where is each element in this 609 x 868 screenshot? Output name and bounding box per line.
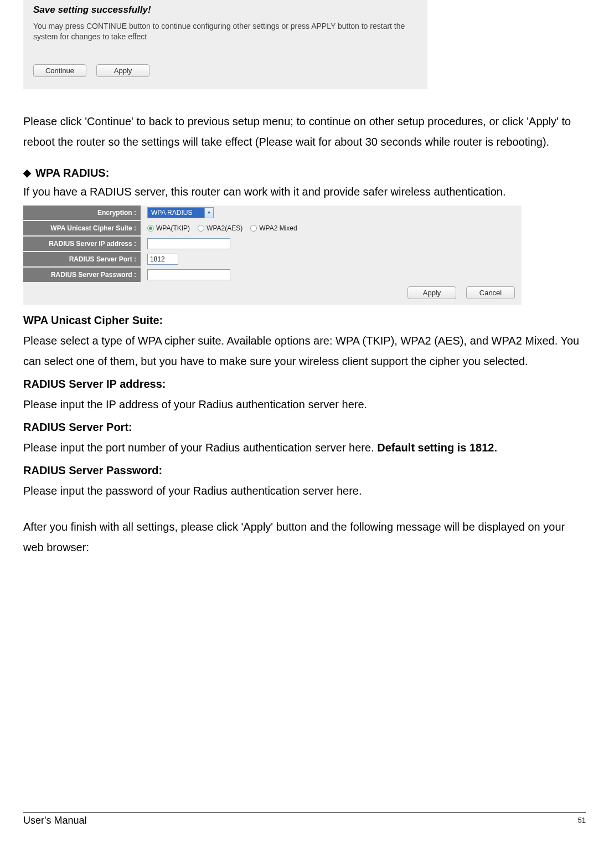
radius-password-input[interactable] [147, 269, 230, 280]
page-footer: User's Manual 51 [23, 812, 586, 826]
radio-wpa2-aes[interactable]: WPA2(AES) [198, 224, 242, 232]
radio-dot-icon [198, 225, 204, 232]
page-number: 51 [578, 815, 586, 826]
config-cancel-button[interactable]: Cancel [466, 286, 515, 299]
radius-port-input[interactable] [147, 254, 178, 265]
radio-wpa2-mixed[interactable]: WPA2 Mixed [250, 224, 297, 232]
encryption-select-value: WPA RADIUS [148, 208, 204, 218]
paragraph-after-settings: After you finish with all settings, plea… [23, 517, 586, 558]
label-radius-ip: RADIUS Server IP address : [23, 237, 141, 251]
dialog-text: You may press CONTINUE button to continu… [33, 21, 417, 42]
label-cipher-suite: WPA Unicast Cipher Suite : [23, 221, 141, 235]
radio-dot-icon [250, 225, 257, 232]
def-heading-cipher: WPA Unicast Cipher Suite: [23, 310, 586, 331]
continue-button[interactable]: Continue [33, 64, 86, 77]
def-heading-port: RADIUS Server Port: [23, 417, 586, 438]
def-body-port: Please input the port number of your Rad… [23, 438, 586, 458]
apply-button[interactable]: Apply [96, 64, 149, 77]
def-body-password: Please input the password of your Radius… [23, 481, 586, 501]
radio-wpa-tkip[interactable]: WPA(TKIP) [147, 224, 190, 232]
def-body-cipher: Please select a type of WPA cipher suite… [23, 331, 586, 372]
label-radius-port: RADIUS Server Port : [23, 252, 141, 266]
footer-left: User's Manual [23, 815, 86, 826]
def-heading-ip: RADIUS Server IP address: [23, 374, 586, 394]
radio-dot-icon [147, 225, 154, 232]
wpa-radius-config-panel: Encryption : WPA RADIUS ▾ WPA Unicast Ci… [23, 206, 522, 305]
config-apply-button[interactable]: Apply [407, 286, 456, 299]
def-heading-password: RADIUS Server Password: [23, 460, 586, 481]
diamond-bullet-icon: ◆ [23, 167, 31, 179]
label-radius-password: RADIUS Server Password : [23, 268, 141, 282]
dialog-title: Save setting successfully! [33, 4, 417, 16]
radius-ip-input[interactable] [147, 238, 230, 249]
paragraph-continue-apply: Please click 'Continue' to back to previ… [23, 111, 586, 152]
def-body-ip: Please input the IP address of your Radi… [23, 394, 586, 415]
paragraph-radius-intro: If you have a RADIUS server, this router… [23, 182, 586, 202]
encryption-select[interactable]: WPA RADIUS ▾ [147, 207, 214, 218]
label-encryption: Encryption : [23, 206, 141, 220]
section-heading-wpa-radius: ◆ WPA RADIUS: [23, 167, 586, 179]
save-settings-dialog: Save setting successfully! You may press… [23, 0, 427, 89]
chevron-down-icon: ▾ [204, 208, 213, 218]
section-heading-text: WPA RADIUS: [35, 167, 109, 179]
